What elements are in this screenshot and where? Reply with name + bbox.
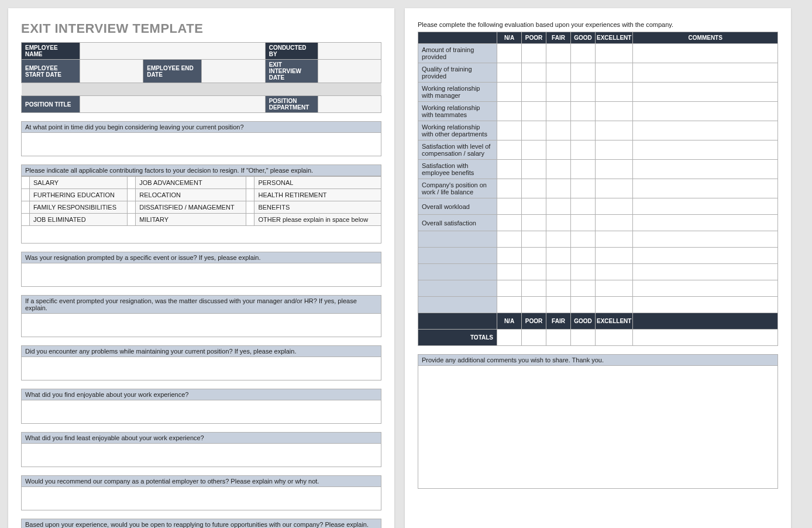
eval-cell-good[interactable]	[571, 160, 596, 179]
eval-cell-na[interactable]	[497, 198, 522, 215]
factor-check[interactable]	[22, 201, 30, 214]
total-comments[interactable]	[633, 330, 778, 346]
eval-cell-excellent[interactable]	[596, 215, 633, 231]
factor-check[interactable]	[128, 189, 136, 201]
eval-cell-comments[interactable]	[633, 121, 778, 140]
eval-cell-comments[interactable]	[633, 264, 778, 280]
eval-cell-comments[interactable]	[633, 44, 778, 63]
total-poor[interactable]	[522, 330, 546, 346]
question-6-body[interactable]	[21, 400, 381, 424]
eval-cell-comments[interactable]	[633, 160, 778, 179]
eval-cell-excellent[interactable]	[596, 44, 633, 63]
eval-cell-fair[interactable]	[546, 280, 571, 297]
field-employee-start-date[interactable]	[80, 60, 143, 83]
eval-cell-poor[interactable]	[522, 198, 546, 215]
field-exit-interview-date[interactable]	[318, 60, 381, 83]
eval-cell-fair[interactable]	[546, 83, 571, 102]
eval-cell-poor[interactable]	[522, 102, 546, 121]
eval-cell-good[interactable]	[571, 231, 596, 248]
eval-cell-fair[interactable]	[546, 160, 571, 179]
eval-cell-poor[interactable]	[522, 280, 546, 297]
eval-cell-na[interactable]	[497, 179, 522, 198]
eval-cell-good[interactable]	[571, 102, 596, 121]
eval-cell-excellent[interactable]	[596, 297, 633, 313]
eval-cell-comments[interactable]	[633, 297, 778, 313]
eval-cell-poor[interactable]	[522, 264, 546, 280]
eval-cell-good[interactable]	[571, 297, 596, 313]
eval-cell-excellent[interactable]	[596, 83, 633, 102]
eval-cell-excellent[interactable]	[596, 121, 633, 140]
eval-cell-comments[interactable]	[633, 83, 778, 102]
eval-cell-na[interactable]	[497, 140, 522, 160]
eval-cell-na[interactable]	[497, 248, 522, 264]
eval-cell-good[interactable]	[571, 140, 596, 160]
question-8-body[interactable]	[21, 487, 381, 510]
question-7-body[interactable]	[21, 444, 381, 467]
eval-cell-comments[interactable]	[633, 63, 778, 83]
question-3-body[interactable]	[21, 263, 381, 287]
eval-cell-good[interactable]	[571, 264, 596, 280]
eval-cell-na[interactable]	[497, 121, 522, 140]
eval-cell-good[interactable]	[571, 280, 596, 297]
factors-other-explain[interactable]	[21, 226, 381, 244]
eval-cell-good[interactable]	[571, 44, 596, 63]
eval-cell-good[interactable]	[571, 248, 596, 264]
eval-cell-fair[interactable]	[546, 63, 571, 83]
eval-cell-na[interactable]	[497, 264, 522, 280]
eval-cell-fair[interactable]	[546, 248, 571, 264]
factor-check[interactable]	[128, 177, 136, 189]
eval-cell-comments[interactable]	[633, 215, 778, 231]
eval-cell-poor[interactable]	[522, 215, 546, 231]
eval-cell-fair[interactable]	[546, 231, 571, 248]
eval-cell-fair[interactable]	[546, 297, 571, 313]
factor-check[interactable]	[22, 177, 30, 189]
factor-check[interactable]	[246, 214, 254, 226]
eval-cell-good[interactable]	[571, 198, 596, 215]
field-position-department[interactable]	[318, 96, 381, 113]
eval-cell-good[interactable]	[571, 179, 596, 198]
question-1-body[interactable]	[21, 133, 381, 156]
question-5-body[interactable]	[21, 357, 381, 380]
eval-cell-fair[interactable]	[546, 198, 571, 215]
eval-cell-comments[interactable]	[633, 280, 778, 297]
eval-cell-comments[interactable]	[633, 140, 778, 160]
eval-cell-fair[interactable]	[546, 140, 571, 160]
factor-check[interactable]	[246, 189, 254, 201]
eval-cell-fair[interactable]	[546, 215, 571, 231]
eval-cell-excellent[interactable]	[596, 179, 633, 198]
eval-cell-fair[interactable]	[546, 264, 571, 280]
field-employee-name[interactable]	[80, 43, 266, 60]
factor-check[interactable]	[128, 201, 136, 214]
eval-cell-na[interactable]	[497, 280, 522, 297]
eval-cell-good[interactable]	[571, 63, 596, 83]
question-4-body[interactable]	[21, 314, 381, 337]
eval-cell-excellent[interactable]	[596, 248, 633, 264]
eval-cell-comments[interactable]	[633, 102, 778, 121]
eval-cell-na[interactable]	[497, 160, 522, 179]
eval-cell-excellent[interactable]	[596, 264, 633, 280]
eval-cell-na[interactable]	[497, 297, 522, 313]
eval-cell-fair[interactable]	[546, 179, 571, 198]
factor-check[interactable]	[22, 189, 30, 201]
eval-cell-na[interactable]	[497, 63, 522, 83]
eval-cell-poor[interactable]	[522, 297, 546, 313]
eval-cell-good[interactable]	[571, 83, 596, 102]
eval-cell-poor[interactable]	[522, 83, 546, 102]
eval-cell-fair[interactable]	[546, 121, 571, 140]
eval-cell-na[interactable]	[497, 215, 522, 231]
total-good[interactable]	[571, 330, 596, 346]
eval-cell-poor[interactable]	[522, 44, 546, 63]
factor-check[interactable]	[128, 214, 136, 226]
eval-cell-comments[interactable]	[633, 198, 778, 215]
eval-cell-excellent[interactable]	[596, 231, 633, 248]
eval-cell-na[interactable]	[497, 83, 522, 102]
eval-cell-excellent[interactable]	[596, 102, 633, 121]
eval-cell-poor[interactable]	[522, 231, 546, 248]
field-position-title[interactable]	[80, 96, 266, 113]
eval-cell-excellent[interactable]	[596, 160, 633, 179]
eval-cell-poor[interactable]	[522, 160, 546, 179]
total-na[interactable]	[497, 330, 522, 346]
factor-check[interactable]	[22, 214, 30, 226]
eval-cell-excellent[interactable]	[596, 198, 633, 215]
eval-cell-excellent[interactable]	[596, 140, 633, 160]
